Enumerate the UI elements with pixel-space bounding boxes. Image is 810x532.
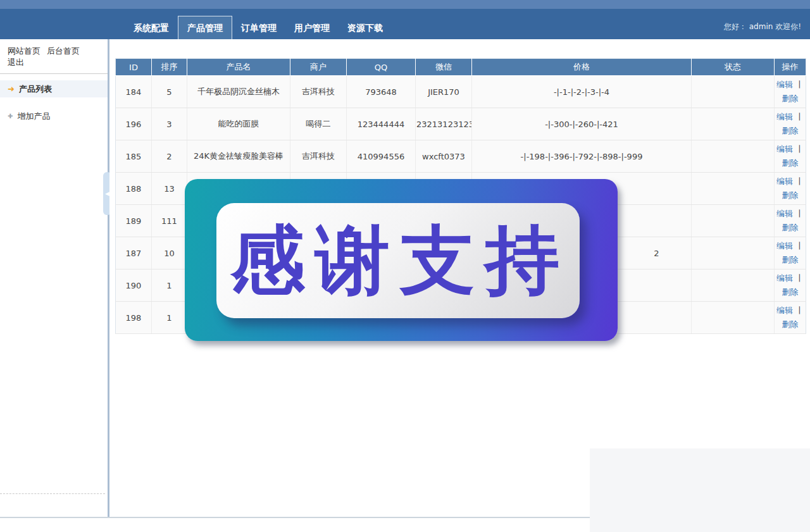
cell-status [692,302,775,334]
cell-status [692,108,775,140]
cell-merchant: 吉洱科技 [290,140,347,173]
sidebar-link-后台首页[interactable]: 后台首页 [47,46,80,57]
delete-link[interactable]: 删除 [782,94,799,103]
bottom-divider [0,517,590,518]
cell-id: 188 [116,173,152,205]
table-row: 185224K黄金祛皱瘦脸美容棒吉洱科技410994556wxcft0373-|… [116,140,806,173]
edit-link[interactable]: 编辑 [776,306,793,315]
cell-merchant: 喝得二 [290,108,347,140]
cell-wechat: JIER170 [416,76,472,108]
nav-tabs: 系统配置产品管理订单管理用户管理资源下载 [125,9,392,39]
delete-link[interactable]: 删除 [782,158,799,168]
edit-link[interactable]: 编辑 [776,176,793,186]
thanks-text: 感谢支持 [230,216,570,306]
sidebar-item-label: 产品列表 [19,84,52,95]
cell-product-name: 24K黄金祛皱瘦脸美容棒 [187,140,290,173]
column-header-ID: ID [116,59,152,76]
edit-link[interactable]: 编辑 [776,112,793,121]
column-header-QQ: QQ [347,59,416,76]
cell-actions: 编辑 丨 删除 [775,140,806,173]
delete-link[interactable]: 删除 [782,319,799,329]
cell-actions: 编辑 丨 删除 [775,173,806,205]
cell-id: 184 [116,76,152,108]
top-navbar: 系统配置产品管理订单管理用户管理资源下载 您好： admin 欢迎你! [0,9,810,39]
delete-link[interactable]: 删除 [782,255,799,264]
username: admin [749,22,773,31]
cell-sort: 13 [152,173,187,205]
collapse-arrow-icon: ◀ [105,190,109,197]
column-header-产品名: 产品名 [187,59,290,76]
sidebar-quick-links: 网站首页后台首页退出 [0,39,108,74]
cell-actions: 编辑 丨 删除 [775,108,806,140]
cell-status [692,173,775,205]
sidebar-dashed-divider [0,493,105,494]
cell-sort: 5 [152,76,187,108]
top-strip [0,0,810,9]
cell-qq: 123444444 [347,108,416,140]
edit-link[interactable]: 编辑 [776,80,793,89]
cell-price: -|-198-|-396-|-792-|-898-|-999 [472,140,692,173]
nav-tab-订单管理[interactable]: 订单管理 [232,16,285,39]
cell-actions: 编辑 丨 删除 [775,269,806,302]
edit-link[interactable]: 编辑 [776,273,793,283]
welcome-prefix: 您好： [724,22,747,31]
cell-id: 198 [116,302,152,334]
column-header-商户: 商户 [290,59,347,76]
cell-id: 196 [116,108,152,140]
edit-link[interactable]: 编辑 [776,144,793,154]
edit-link[interactable]: 编辑 [776,209,793,218]
sidebar-menu: ➜产品列表✚增加产品 [0,80,108,125]
table-row: 1963能吃的面膜喝得二12344444423213123123-|-300-|… [116,108,806,140]
thanks-overlay-image: 感谢支持 [185,179,618,341]
cell-status [692,76,775,108]
cell-status [692,140,775,173]
cell-sort: 10 [152,237,187,269]
nav-tab-产品管理[interactable]: 产品管理 [178,16,232,39]
cell-wechat: wxcft0373 [416,140,472,173]
sidebar-item-增加产品[interactable]: ✚增加产品 [0,108,108,125]
sidebar-link-网站首页[interactable]: 网站首页 [8,46,40,57]
cell-actions: 编辑 丨 删除 [775,237,806,269]
bottom-right-panel [590,448,810,532]
cell-price: -|-1-|-2-|-3-|-4 [472,76,692,108]
cell-sort: 1 [152,302,187,334]
sidebar-item-label: 增加产品 [17,111,50,122]
grey-plus-icon: ✚ [8,113,13,120]
cell-sort: 111 [152,205,187,237]
table-row: 1845千年极品阴沉金丝楠木吉洱科技793648JIER170-|-1-|-2-… [116,76,806,108]
delete-link[interactable]: 删除 [782,126,799,135]
cell-merchant: 吉洱科技 [290,76,347,108]
admin-page: 系统配置产品管理订单管理用户管理资源下载 您好： admin 欢迎你! 网站首页… [0,0,810,532]
cell-status [692,205,775,237]
welcome-text: 您好： admin 欢迎你! [724,22,801,32]
delete-link[interactable]: 删除 [782,223,799,232]
nav-tab-资源下载[interactable]: 资源下载 [339,16,392,39]
cell-id: 185 [116,140,152,173]
cell-id: 187 [116,237,152,269]
sidebar-item-产品列表[interactable]: ➜产品列表 [0,80,108,97]
nav-tab-系统配置[interactable]: 系统配置 [125,16,178,39]
column-header-操作: 操作 [775,59,806,76]
cell-wechat: 23213123123 [416,108,472,140]
cell-product-name: 能吃的面膜 [187,108,290,140]
delete-link[interactable]: 删除 [782,287,799,297]
cell-status [692,237,775,269]
sidebar-link-退出[interactable]: 退出 [8,57,24,68]
cell-sort: 2 [152,140,187,173]
table-header-row: ID排序产品名商户QQ微信价格状态操作 [116,59,806,76]
sidebar: 网站首页后台首页退出 ➜产品列表✚增加产品 [0,39,108,517]
cell-sort: 3 [152,108,187,140]
edit-link[interactable]: 编辑 [776,241,793,251]
cell-product-name: 千年极品阴沉金丝楠木 [187,76,290,108]
nav-tab-用户管理[interactable]: 用户管理 [285,16,339,39]
cell-id: 190 [116,269,152,302]
delete-link[interactable]: 删除 [782,190,799,200]
cell-sort: 1 [152,269,187,302]
welcome-suffix: 欢迎你! [775,22,801,31]
cell-qq: 793648 [347,76,416,108]
cell-id: 189 [116,205,152,237]
column-header-微信: 微信 [416,59,472,76]
cell-price: -|-300-|-260-|-421 [472,108,692,140]
cell-actions: 编辑 丨 删除 [775,205,806,237]
orange-arrow-icon: ➜ [8,84,15,94]
